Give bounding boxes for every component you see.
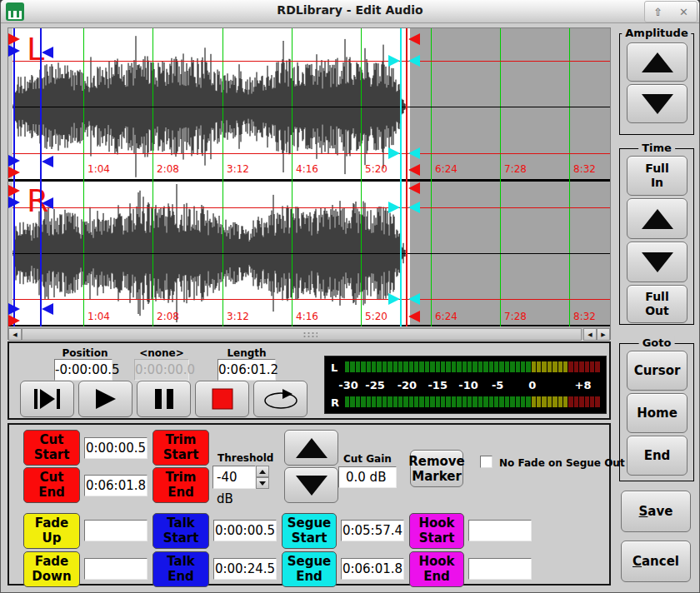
- scroll-right-icon[interactable]: ▶: [597, 328, 610, 341]
- loop-button[interactable]: [253, 381, 308, 417]
- waveform-image: [8, 28, 610, 326]
- hook-end-button[interactable]: HookEnd: [409, 551, 464, 587]
- talk-end-button[interactable]: TalkEnd: [152, 551, 209, 587]
- hook-start-button[interactable]: HookStart: [409, 513, 464, 549]
- segue-end-button[interactable]: SegueEnd: [282, 551, 337, 587]
- meter-segment: [446, 361, 450, 372]
- meter-segment: [367, 396, 371, 407]
- cut-start-marker-icon[interactable]: [8, 315, 20, 326]
- scrollbar-handle[interactable]: [22, 328, 582, 341]
- threshold-spinbox[interactable]: -40 dB: [212, 466, 269, 489]
- meter-segment: [505, 396, 509, 407]
- scroll-left2-icon[interactable]: ◀: [583, 328, 597, 341]
- hook-start-value[interactable]: [468, 520, 532, 541]
- talk-end-marker-icon[interactable]: [42, 197, 53, 209]
- trim-end-button[interactable]: TrimEnd: [152, 467, 209, 503]
- meter-segment: [441, 361, 445, 372]
- segue-start-line[interactable]: [400, 28, 402, 326]
- goto-home-button[interactable]: Home: [627, 393, 688, 433]
- cancel-button[interactable]: Cancel: [621, 541, 691, 582]
- cut-start-marker-icon[interactable]: [8, 33, 20, 45]
- segue-start-button[interactable]: SegueStart: [282, 513, 337, 549]
- talk-end-value[interactable]: 0:00:24.5: [213, 558, 277, 580]
- cut-end-marker-icon[interactable]: [408, 182, 420, 194]
- talk-start-marker-icon[interactable]: [8, 303, 20, 315]
- center-line: [12, 107, 610, 107]
- gain-up-button[interactable]: [284, 430, 338, 466]
- meter-segment: [409, 396, 413, 407]
- cut-end-marker-icon[interactable]: [408, 33, 420, 45]
- play-button[interactable]: [78, 381, 132, 417]
- no-fade-label: No Fade on Segue Out: [499, 457, 625, 469]
- segue-end-value[interactable]: 0:06:01.8: [341, 558, 404, 580]
- meter-segment: [516, 396, 520, 407]
- close-icon[interactable]: ✕: [679, 7, 688, 17]
- waveform-scrollbar[interactable]: ◀ ◀ ▶: [8, 327, 610, 340]
- talk-start-button[interactable]: TalkStart: [152, 513, 209, 549]
- talk-end-marker-icon[interactable]: [42, 156, 53, 167]
- threshold-value[interactable]: -40 dB: [212, 466, 256, 489]
- segue-start-value[interactable]: 0:05:57.4: [341, 520, 404, 541]
- cut-end-value[interactable]: 0:06:01.8: [84, 475, 148, 496]
- play-icon: [94, 388, 118, 410]
- shade-icon[interactable]: ⇧: [653, 7, 662, 17]
- cut-end-button[interactable]: CutEnd: [23, 467, 80, 503]
- gain-down-button[interactable]: [284, 467, 338, 503]
- talk-end-marker-icon[interactable]: [42, 47, 53, 58]
- spin-down-icon[interactable]: [256, 477, 269, 489]
- pause-button[interactable]: [137, 381, 191, 417]
- segue-marker-icon[interactable]: [408, 147, 420, 159]
- amplitude-down-button[interactable]: [627, 84, 688, 123]
- cut-start-value[interactable]: 0:00:00.5: [84, 437, 148, 459]
- talk-start-marker-icon[interactable]: [8, 197, 20, 208]
- talk-end-line[interactable]: [40, 28, 42, 326]
- fade-up-value[interactable]: [84, 520, 148, 541]
- meter-segment: [590, 396, 594, 407]
- meter-segment: [419, 361, 423, 372]
- segue-marker-icon[interactable]: [388, 147, 400, 159]
- cut-gain-value[interactable]: 0.0 dB: [338, 466, 397, 488]
- segue-marker-icon[interactable]: [388, 293, 400, 305]
- scroll-left-icon[interactable]: ◀: [8, 328, 22, 341]
- cut-start-marker-icon[interactable]: [8, 167, 20, 178]
- spin-up-icon[interactable]: [256, 466, 269, 477]
- play-from-start-icon: [33, 388, 62, 410]
- fade-down-button[interactable]: FadeDown: [23, 551, 80, 587]
- titlebar[interactable]: RDLibrary - Edit Audio ⇧ ✕: [1, 0, 699, 23]
- trim-start-button[interactable]: TrimStart: [152, 430, 209, 466]
- talk-start-marker-icon[interactable]: [8, 155, 20, 167]
- segue-marker-icon[interactable]: [408, 55, 420, 67]
- goto-end-button[interactable]: End: [627, 436, 688, 476]
- segue-marker-icon[interactable]: [388, 202, 400, 213]
- time-label: 2:08: [157, 163, 179, 175]
- segue-marker-icon[interactable]: [388, 55, 400, 67]
- time-full-in-button[interactable]: FullIn: [627, 156, 688, 196]
- cut-start-button[interactable]: CutStart: [23, 430, 80, 466]
- talk-start-value[interactable]: 0:00:00.5: [213, 520, 277, 541]
- segue-marker-icon[interactable]: [408, 293, 420, 305]
- play-from-start-button[interactable]: [20, 381, 74, 417]
- time-full-out-button[interactable]: FullOut: [627, 285, 688, 323]
- cut-end-marker-icon[interactable]: [408, 164, 420, 176]
- meter-segment: [425, 396, 429, 407]
- time-zoom-in-button[interactable]: [627, 198, 688, 239]
- stop-button[interactable]: [195, 381, 249, 417]
- remove-marker-button[interactable]: RemoveMarker: [410, 450, 463, 487]
- meter-segment: [526, 361, 530, 372]
- meter-segment: [483, 396, 488, 407]
- no-fade-checkbox[interactable]: [480, 456, 492, 468]
- cut-start-marker-icon[interactable]: [8, 185, 20, 197]
- fade-up-button[interactable]: FadeUp: [23, 513, 80, 549]
- time-zoom-out-button[interactable]: [627, 242, 688, 282]
- cut-end-marker-icon[interactable]: [408, 311, 420, 322]
- talk-start-marker-icon[interactable]: [8, 45, 20, 57]
- hook-end-value[interactable]: [468, 558, 532, 580]
- waveform-display[interactable]: L R 1:041:042:082:083:123:124:164:165:20…: [8, 28, 610, 326]
- talk-end-marker-icon[interactable]: [42, 303, 53, 315]
- amplitude-up-button[interactable]: [627, 42, 688, 82]
- segue-marker-icon[interactable]: [408, 202, 420, 213]
- save-button[interactable]: Save: [621, 491, 691, 532]
- fade-down-value[interactable]: [84, 558, 148, 580]
- goto-cursor-button[interactable]: Cursor: [627, 351, 688, 391]
- cut-end-line[interactable]: [406, 28, 408, 326]
